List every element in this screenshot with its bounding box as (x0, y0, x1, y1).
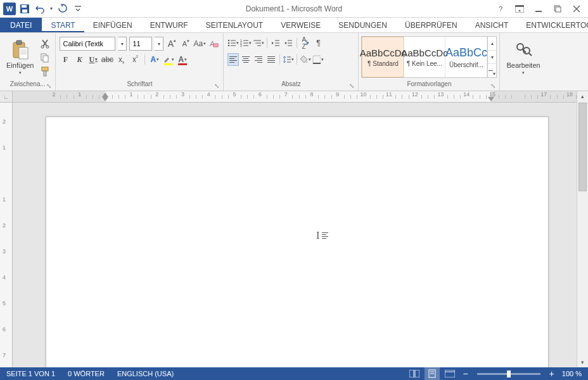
style-preview: AaBbCcDc (360, 48, 406, 58)
zoom-out-button[interactable]: − (460, 369, 470, 378)
web-layout-icon[interactable] (442, 367, 457, 380)
numbered-list-icon[interactable]: 123 (240, 37, 252, 49)
increase-indent-icon[interactable] (283, 37, 294, 49)
undo-dropdown-icon[interactable]: ▾ (48, 2, 54, 16)
align-right-icon[interactable] (253, 53, 264, 66)
page-indicator[interactable]: SEITE 1 VON 1 (0, 370, 61, 377)
tab-insert[interactable]: EINFÜGEN (84, 18, 141, 32)
superscript-button[interactable]: x² (129, 53, 141, 66)
text-effects-icon[interactable]: A (149, 53, 160, 66)
clear-formatting-icon[interactable]: A (208, 37, 219, 50)
decrease-indent-icon[interactable] (270, 37, 281, 49)
borders-icon[interactable] (312, 53, 324, 66)
styles-launcher-icon[interactable]: ⤡ (489, 82, 497, 90)
document-area[interactable]: I (13, 103, 577, 367)
first-line-indent-icon[interactable] (102, 92, 108, 97)
maximize-icon[interactable] (551, 3, 564, 15)
ribbon-display-icon[interactable] (513, 3, 526, 15)
font-name-dropdown-icon[interactable]: ▾ (118, 37, 127, 51)
print-layout-icon[interactable] (425, 367, 440, 380)
strikethrough-button[interactable]: abc (101, 53, 113, 66)
quick-access-toolbar: W ▾ (0, 2, 85, 16)
scroll-down-icon[interactable]: ▾ (577, 357, 588, 367)
font-size-dropdown-icon[interactable]: ▾ (155, 37, 163, 51)
help-icon[interactable]: ? (494, 3, 507, 15)
tab-review[interactable]: ÜBERPRÜFEN (396, 18, 466, 32)
tab-file[interactable]: DATEI (0, 18, 42, 32)
subscript-button[interactable]: x₂ (115, 53, 127, 66)
save-icon[interactable] (18, 2, 32, 16)
style-standard[interactable]: AaBbCcDc ¶ Standard (362, 37, 404, 77)
close-icon[interactable] (570, 3, 583, 15)
font-color-icon[interactable]: A (177, 53, 188, 66)
shading-icon[interactable] (300, 53, 311, 66)
ruler-tick: 1 (78, 91, 81, 98)
zoom-slider[interactable] (477, 373, 540, 375)
cut-icon[interactable] (39, 37, 51, 50)
ruler-tick: 1 (3, 144, 6, 151)
tab-view[interactable]: ANSICHT (466, 18, 518, 32)
bold-button[interactable]: F (60, 53, 71, 66)
page[interactable] (46, 117, 549, 367)
right-indent-icon[interactable] (488, 97, 494, 101)
zoom-level[interactable]: 100 % (559, 370, 584, 377)
tab-mailings[interactable]: SENDUNGEN (329, 18, 396, 32)
justify-icon[interactable] (265, 53, 277, 66)
font-launcher-icon[interactable]: ⤡ (213, 82, 220, 90)
scroll-thumb[interactable] (578, 103, 587, 191)
grow-font-icon[interactable]: A▴ (166, 37, 177, 50)
group-editing: Bearbeiten ▾ (500, 33, 546, 91)
undo-icon[interactable] (33, 2, 47, 16)
styles-expand-icon[interactable]: ▾ (488, 64, 496, 77)
clipboard-launcher-icon[interactable]: ⤡ (45, 82, 53, 90)
highlight-icon[interactable] (163, 53, 174, 66)
read-mode-icon[interactable] (407, 367, 422, 380)
tab-start[interactable]: START (42, 18, 84, 32)
hanging-indent-icon[interactable] (102, 97, 108, 101)
style-heading1[interactable]: AaBbCc Überschrif... (445, 37, 487, 77)
svg-rect-2 (22, 10, 27, 13)
align-center-icon[interactable] (240, 53, 252, 66)
underline-button[interactable]: U (87, 53, 99, 66)
bullet-list-icon[interactable] (227, 37, 239, 49)
redo-icon[interactable] (56, 2, 70, 16)
scroll-up-icon[interactable]: ▴ (577, 91, 588, 101)
tab-selector-icon[interactable]: ∟ (0, 91, 13, 103)
italic-button[interactable]: K (74, 53, 85, 66)
ruler-tick: 18 (566, 91, 573, 98)
tab-references[interactable]: VERWEISE (272, 18, 329, 32)
find-button[interactable]: Bearbeiten ▾ (502, 34, 544, 80)
styles-scroll-down-icon[interactable]: ▾ (488, 51, 496, 65)
copy-icon[interactable] (39, 51, 51, 64)
styles-scroll-up-icon[interactable]: ▴ (488, 37, 496, 51)
font-name-input[interactable] (60, 37, 115, 51)
paragraph-launcher-icon[interactable]: ⤡ (348, 82, 355, 90)
horizontal-ruler[interactable]: 211234567891011121314151718 (13, 91, 577, 103)
zoom-knob[interactable] (507, 370, 511, 377)
tab-design[interactable]: ENTWURF (141, 18, 197, 32)
show-marks-icon[interactable]: ¶ (312, 37, 324, 49)
zoom-in-button[interactable]: + (547, 369, 557, 378)
change-case-icon[interactable]: Aa▾ (194, 37, 205, 50)
align-left-icon[interactable] (227, 53, 239, 66)
tab-layout[interactable]: SEITENLAYOUT (197, 18, 272, 32)
language-indicator[interactable]: ENGLISCH (USA) (111, 370, 180, 377)
svg-line-56 (529, 53, 532, 56)
minimize-icon[interactable] (532, 3, 545, 15)
word-logo-icon[interactable]: W (3, 2, 16, 16)
ruler-tick: 2 (52, 91, 55, 98)
shrink-font-icon[interactable]: A▾ (180, 37, 191, 50)
vertical-scrollbar[interactable]: ▴ ▾ (577, 91, 588, 367)
format-painter-icon[interactable] (39, 65, 51, 78)
qat-customize-icon[interactable] (71, 2, 85, 16)
paste-button[interactable]: Einfügen ▾ (3, 34, 37, 80)
multilevel-list-icon[interactable] (253, 37, 264, 49)
tab-developer[interactable]: ENTWICKLERTOOLS (517, 18, 588, 32)
style-no-spacing[interactable]: AaBbCcDc ¶ Kein Lee... (404, 37, 445, 77)
line-spacing-icon[interactable] (283, 53, 294, 66)
vertical-ruler[interactable]: 211234567 (0, 103, 13, 367)
style-preview: AaBbCcDc (401, 48, 447, 58)
word-count[interactable]: 0 WÖRTER (61, 370, 111, 377)
sort-icon[interactable]: AZ (300, 37, 311, 49)
font-size-input[interactable] (129, 37, 152, 51)
